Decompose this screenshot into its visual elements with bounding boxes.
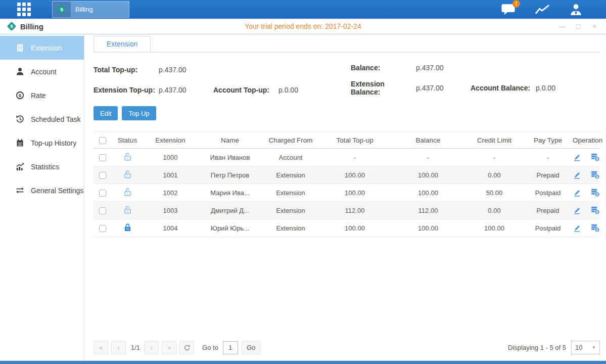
maximize-button[interactable]: □ <box>574 22 583 31</box>
edit-row-icon[interactable] <box>573 153 581 162</box>
sidebar-item-extension[interactable]: Extension <box>0 36 84 60</box>
notifications-icon[interactable]: ! <box>501 3 516 16</box>
sidebar-item-account[interactable]: Account <box>0 60 84 83</box>
top-up-row-icon[interactable]: $ <box>590 153 600 162</box>
cell-credit-limit: 0.00 <box>465 166 523 184</box>
account-balance-label: Account Balance: <box>471 84 536 92</box>
sidebar-item-label: Scheduled Task <box>31 115 81 123</box>
sidebar-item-rate[interactable]: $ Rate <box>0 83 84 107</box>
extension-table: Status Extension Name Charged From Total… <box>94 131 600 237</box>
svg-text:$: $ <box>596 157 598 161</box>
toolbar: Edit Top Up <box>94 106 600 120</box>
top-up-row-icon[interactable]: $ <box>590 170 600 179</box>
sidebar-item-statistics[interactable]: Statistics <box>0 155 84 178</box>
minimize-button[interactable]: — <box>557 22 567 31</box>
summary-panel: Total Top-up: p.437.00 Extension Top-up:… <box>94 64 600 96</box>
top-up-row-icon[interactable]: $ <box>590 206 600 215</box>
cell-pay-type: Postpaid <box>523 184 573 202</box>
edit-row-icon[interactable] <box>573 189 581 197</box>
balance-value: p.437.00 <box>416 64 471 72</box>
top-up-button[interactable]: Top Up <box>122 106 156 120</box>
cell-extension: 1002 <box>143 184 198 202</box>
first-page-button[interactable]: « <box>94 341 108 354</box>
col-operation: Operation <box>573 132 600 149</box>
cell-balance: 100.00 <box>391 166 465 184</box>
svg-text:$: $ <box>18 93 21 98</box>
trial-notice: Your trial period ends on: 2017-02-24 <box>245 22 361 30</box>
top-up-row-icon[interactable]: $ <box>590 188 600 197</box>
sidebar-item-label: Statistics <box>31 163 59 171</box>
sidebar-item-label: Account <box>31 68 57 76</box>
cell-charged-from: Extension <box>262 202 319 219</box>
sidebar-item-label: General Settings <box>31 187 83 195</box>
pagination-bar: « ‹ 1/1 › » Go to Go Displaying 1 - 5 of… <box>94 341 600 354</box>
col-total-topup: Total Top-up <box>319 132 391 149</box>
main-content: Extension Total Top-up: p.437.00 Extensi… <box>84 34 606 360</box>
cell-pay-type: - <box>523 149 573 166</box>
app-grid-icon[interactable] <box>17 3 31 16</box>
tab-extension[interactable]: Extension <box>94 36 151 53</box>
row-checkbox[interactable] <box>99 190 106 197</box>
user-account-icon[interactable] <box>569 3 583 16</box>
goto-page-input[interactable] <box>223 341 238 354</box>
edit-row-icon[interactable] <box>573 224 581 233</box>
svg-text:$: $ <box>596 175 598 179</box>
cell-name: Дмитрий Д... <box>198 202 262 219</box>
cell-name: Юрий Юрь... <box>198 219 262 237</box>
row-checkbox[interactable] <box>99 172 106 179</box>
prev-page-button[interactable]: ‹ <box>111 341 126 354</box>
cell-balance: 100.00 <box>391 219 465 237</box>
cell-credit-limit: 50.00 <box>465 184 523 202</box>
account-topup-value: p.0.00 <box>278 86 351 94</box>
page-size-select[interactable]: 10 ▼ <box>571 341 600 354</box>
cell-total-topup: - <box>319 149 391 166</box>
table-row: 1001 Петр Петров Extension 100.00 100.00… <box>94 166 600 184</box>
cell-extension: 1000 <box>143 149 198 166</box>
cell-pay-type: Postpaid <box>523 219 573 237</box>
edit-row-icon[interactable] <box>573 206 581 215</box>
topup-history-icon <box>15 139 24 147</box>
col-balance: Balance <box>391 132 465 149</box>
cell-extension: 1001 <box>143 166 198 184</box>
top-up-row-icon[interactable]: $ <box>590 223 600 233</box>
row-checkbox[interactable] <box>99 154 106 161</box>
caret-down-icon: ▼ <box>592 345 596 350</box>
select-all-checkbox[interactable] <box>99 137 106 144</box>
cell-pay-type: Prepaid <box>523 166 573 184</box>
extension-topup-label: Extension Top-up: <box>94 86 159 94</box>
taskbar-tab-billing[interactable]: $ Billing <box>52 1 129 18</box>
edit-button[interactable]: Edit <box>94 106 118 120</box>
refresh-button[interactable] <box>179 341 194 354</box>
last-page-button[interactable]: » <box>162 341 176 354</box>
lock-open-icon <box>123 188 132 197</box>
window-title: Billing <box>20 22 43 31</box>
close-button[interactable]: × <box>590 22 599 31</box>
cell-charged-from: Extension <box>262 219 319 237</box>
cell-balance: 100.00 <box>391 184 465 202</box>
go-button[interactable]: Go <box>242 341 260 354</box>
account-balance-value: p.0.00 <box>536 84 600 92</box>
next-page-button[interactable]: › <box>144 341 159 354</box>
edit-row-icon[interactable] <box>573 171 581 179</box>
svg-text:$: $ <box>596 228 598 232</box>
sidebar-item-scheduled-task[interactable]: Scheduled Task <box>0 107 84 131</box>
cell-credit-limit: - <box>465 149 523 166</box>
window-bottom-edge <box>0 360 606 364</box>
cell-total-topup: 100.00 <box>319 219 391 237</box>
row-checkbox[interactable] <box>99 207 106 214</box>
cell-name: Мария Ива... <box>198 184 262 202</box>
row-checkbox[interactable] <box>99 225 106 232</box>
col-status: Status <box>112 132 143 149</box>
sidebar-item-general-settings[interactable]: General Settings <box>0 178 84 202</box>
page-indicator: 1/1 <box>131 344 140 351</box>
billing-diamond-icon: $ <box>53 2 71 17</box>
account-icon <box>15 67 24 76</box>
cell-total-topup: 100.00 <box>319 184 391 202</box>
cell-extension: 1003 <box>143 202 198 219</box>
goto-label: Go to <box>202 344 218 351</box>
sidebar-item-topup-history[interactable]: Top-up History <box>0 131 84 155</box>
reports-chart-icon[interactable] <box>535 3 550 16</box>
col-credit-limit: Credit Limit <box>465 132 523 149</box>
scheduled-task-icon <box>15 115 24 123</box>
rate-icon: $ <box>15 91 24 100</box>
